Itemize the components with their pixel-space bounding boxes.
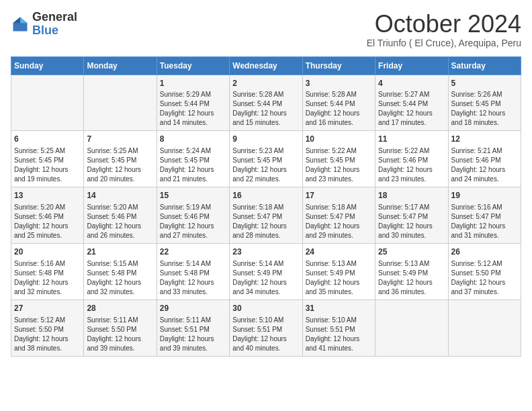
day-number: 26: [451, 246, 518, 258]
day-info: Sunrise: 5:16 AMSunset: 5:47 PMDaylight:…: [451, 203, 518, 240]
weekday-row: SundayMondayTuesdayWednesdayThursdayFrid…: [11, 56, 521, 75]
day-info: Sunrise: 5:18 AMSunset: 5:47 PMDaylight:…: [306, 203, 372, 240]
logo: General Blue: [11, 11, 77, 38]
day-info: Sunrise: 5:10 AMSunset: 5:51 PMDaylight:…: [306, 316, 372, 353]
calendar-day-cell: [375, 300, 448, 356]
day-info: Sunrise: 5:18 AMSunset: 5:47 PMDaylight:…: [232, 203, 299, 240]
calendar-day-cell: 12Sunrise: 5:21 AMSunset: 5:46 PMDayligh…: [448, 131, 521, 187]
day-number: 10: [306, 134, 372, 145]
calendar-table: SundayMondayTuesdayWednesdayThursdayFrid…: [11, 56, 521, 357]
day-info: Sunrise: 5:25 AMSunset: 5:45 PMDaylight:…: [14, 146, 81, 184]
weekday-header: Thursday: [302, 56, 375, 75]
calendar-day-cell: 30Sunrise: 5:10 AMSunset: 5:51 PMDayligh…: [230, 300, 302, 356]
calendar-week-row: 13Sunrise: 5:20 AMSunset: 5:46 PMDayligh…: [11, 187, 521, 244]
weekday-header: Sunday: [11, 56, 84, 75]
day-info: Sunrise: 5:16 AMSunset: 5:48 PMDaylight:…: [14, 259, 81, 297]
calendar-week-row: 27Sunrise: 5:12 AMSunset: 5:50 PMDayligh…: [11, 300, 521, 356]
month-title: October 2024: [367, 11, 521, 38]
logo-blue-text: Blue: [32, 24, 77, 38]
day-number: 30: [232, 303, 299, 314]
day-info: Sunrise: 5:23 AMSunset: 5:45 PMDaylight:…: [232, 146, 299, 184]
location-text: El Triunfo ( El Cruce), Arequipa, Peru: [367, 38, 521, 48]
calendar-day-cell: [448, 300, 521, 356]
calendar-day-cell: 15Sunrise: 5:19 AMSunset: 5:46 PMDayligh…: [157, 187, 229, 244]
calendar-day-cell: 9Sunrise: 5:23 AMSunset: 5:45 PMDaylight…: [230, 131, 302, 187]
calendar-day-cell: 22Sunrise: 5:14 AMSunset: 5:48 PMDayligh…: [157, 243, 229, 300]
day-number: 9: [232, 134, 299, 145]
calendar-day-cell: 14Sunrise: 5:20 AMSunset: 5:46 PMDayligh…: [84, 187, 157, 244]
calendar-day-cell: 29Sunrise: 5:11 AMSunset: 5:51 PMDayligh…: [157, 300, 229, 356]
calendar-day-cell: 6Sunrise: 5:25 AMSunset: 5:45 PMDaylight…: [11, 131, 84, 187]
calendar-day-cell: 3Sunrise: 5:28 AMSunset: 5:44 PMDaylight…: [302, 75, 375, 131]
calendar-day-cell: 1Sunrise: 5:29 AMSunset: 5:44 PMDaylight…: [157, 75, 229, 131]
day-number: 2: [232, 78, 299, 89]
day-info: Sunrise: 5:14 AMSunset: 5:49 PMDaylight:…: [232, 259, 299, 297]
weekday-header: Monday: [84, 56, 157, 75]
weekday-header: Tuesday: [157, 56, 229, 75]
calendar-week-row: 20Sunrise: 5:16 AMSunset: 5:48 PMDayligh…: [11, 243, 521, 300]
calendar-day-cell: [84, 75, 157, 131]
day-info: Sunrise: 5:20 AMSunset: 5:46 PMDaylight:…: [87, 203, 153, 240]
calendar-week-row: 6Sunrise: 5:25 AMSunset: 5:45 PMDaylight…: [11, 131, 521, 187]
day-number: 14: [87, 190, 153, 201]
day-info: Sunrise: 5:29 AMSunset: 5:44 PMDaylight:…: [160, 90, 226, 128]
day-number: 8: [160, 134, 226, 145]
day-number: 27: [14, 303, 81, 314]
logo-text: General Blue: [32, 11, 77, 38]
day-number: 5: [451, 78, 518, 89]
svg-marker-1: [20, 17, 28, 23]
calendar-day-cell: [11, 75, 84, 131]
logo-general-text: General: [32, 11, 77, 24]
day-info: Sunrise: 5:11 AMSunset: 5:50 PMDaylight:…: [87, 316, 153, 353]
day-number: 19: [451, 190, 518, 201]
logo-icon: [11, 15, 30, 34]
calendar-day-cell: 27Sunrise: 5:12 AMSunset: 5:50 PMDayligh…: [11, 300, 84, 356]
calendar-day-cell: 10Sunrise: 5:22 AMSunset: 5:45 PMDayligh…: [302, 131, 375, 187]
day-info: Sunrise: 5:22 AMSunset: 5:46 PMDaylight:…: [378, 146, 445, 184]
day-info: Sunrise: 5:26 AMSunset: 5:45 PMDaylight:…: [451, 90, 518, 128]
calendar-week-row: 1Sunrise: 5:29 AMSunset: 5:44 PMDaylight…: [11, 75, 521, 131]
day-info: Sunrise: 5:12 AMSunset: 5:50 PMDaylight:…: [451, 259, 518, 297]
day-info: Sunrise: 5:19 AMSunset: 5:46 PMDaylight:…: [160, 203, 226, 240]
day-number: 24: [306, 246, 372, 258]
day-number: 7: [87, 134, 153, 145]
day-info: Sunrise: 5:17 AMSunset: 5:47 PMDaylight:…: [378, 203, 445, 240]
calendar-day-cell: 4Sunrise: 5:27 AMSunset: 5:44 PMDaylight…: [375, 75, 448, 131]
weekday-header: Friday: [375, 56, 448, 75]
day-info: Sunrise: 5:28 AMSunset: 5:44 PMDaylight:…: [306, 90, 372, 128]
calendar-day-cell: 31Sunrise: 5:10 AMSunset: 5:51 PMDayligh…: [302, 300, 375, 356]
day-number: 20: [14, 246, 81, 258]
calendar-header: SundayMondayTuesdayWednesdayThursdayFrid…: [11, 56, 521, 75]
day-info: Sunrise: 5:12 AMSunset: 5:50 PMDaylight:…: [14, 316, 81, 353]
day-number: 15: [160, 190, 226, 201]
day-info: Sunrise: 5:28 AMSunset: 5:44 PMDaylight:…: [232, 90, 299, 128]
day-info: Sunrise: 5:27 AMSunset: 5:44 PMDaylight:…: [378, 90, 445, 128]
day-number: 29: [160, 303, 226, 314]
day-number: 31: [306, 303, 372, 314]
calendar-day-cell: 28Sunrise: 5:11 AMSunset: 5:50 PMDayligh…: [84, 300, 157, 356]
day-number: 17: [306, 190, 372, 201]
calendar-day-cell: 16Sunrise: 5:18 AMSunset: 5:47 PMDayligh…: [230, 187, 302, 244]
day-number: 11: [378, 134, 445, 145]
day-number: 23: [232, 246, 299, 258]
day-number: 25: [378, 246, 445, 258]
calendar-day-cell: 18Sunrise: 5:17 AMSunset: 5:47 PMDayligh…: [375, 187, 448, 244]
calendar-day-cell: 11Sunrise: 5:22 AMSunset: 5:46 PMDayligh…: [375, 131, 448, 187]
day-info: Sunrise: 5:22 AMSunset: 5:45 PMDaylight:…: [306, 146, 372, 184]
calendar-day-cell: 24Sunrise: 5:13 AMSunset: 5:49 PMDayligh…: [302, 243, 375, 300]
calendar-day-cell: 8Sunrise: 5:24 AMSunset: 5:45 PMDaylight…: [157, 131, 229, 187]
day-number: 3: [306, 78, 372, 89]
calendar-body: 1Sunrise: 5:29 AMSunset: 5:44 PMDaylight…: [11, 75, 521, 356]
svg-marker-2: [13, 17, 21, 23]
day-info: Sunrise: 5:13 AMSunset: 5:49 PMDaylight:…: [378, 259, 445, 297]
calendar-day-cell: 26Sunrise: 5:12 AMSunset: 5:50 PMDayligh…: [448, 243, 521, 300]
calendar-day-cell: 13Sunrise: 5:20 AMSunset: 5:46 PMDayligh…: [11, 187, 84, 244]
day-info: Sunrise: 5:15 AMSunset: 5:48 PMDaylight:…: [87, 259, 153, 297]
calendar-day-cell: 20Sunrise: 5:16 AMSunset: 5:48 PMDayligh…: [11, 243, 84, 300]
day-number: 21: [87, 246, 153, 258]
day-number: 6: [14, 134, 81, 145]
day-number: 1: [160, 78, 226, 89]
calendar-day-cell: 17Sunrise: 5:18 AMSunset: 5:47 PMDayligh…: [302, 187, 375, 244]
day-number: 22: [160, 246, 226, 258]
day-number: 12: [451, 134, 518, 145]
